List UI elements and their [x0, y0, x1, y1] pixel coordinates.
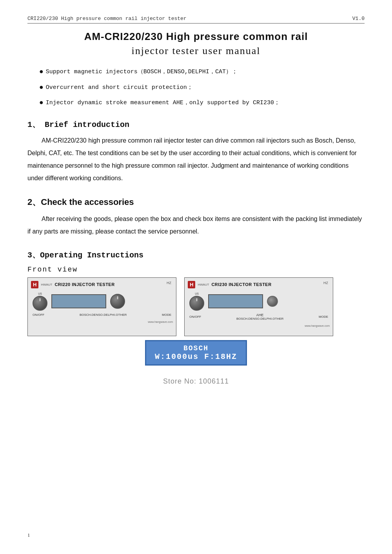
page-number: 1 [27, 532, 30, 538]
knob-left-230[interactable] [189, 296, 204, 311]
devices-row: H HWAUT CRI220 INJECTOR TESTER HZ US ON/… [27, 277, 365, 336]
lcd-line2: W:1000us F:18HZ [155, 352, 237, 361]
section-1-body: AM-CRI220/230 high pressure common rail … [27, 134, 365, 185]
lcd-display-big: BOSCH W:1000us F:18HZ [145, 340, 247, 366]
mode-230[interactable]: MODE [319, 315, 328, 319]
bullet-text: Injector dynamic stroke measurement AHE，… [46, 99, 280, 106]
bottom-brand-230: BOSCH.DENSO.DELPHI.OTHER [236, 317, 283, 320]
list-item: ● Overcurrent and short circuit protecti… [39, 83, 365, 92]
bullet-icon: ● [39, 68, 44, 76]
device-bottom-220: ON/OFF BOSCH.DENSO.DELPHI.OTHER MODE [31, 313, 173, 317]
device-top-bar-230: H HWAUT CRI230 INJECTOR TESTER HZ [188, 281, 330, 288]
us-label-220: US [38, 292, 42, 295]
device-cri220: H HWAUT CRI220 INJECTOR TESTER HZ US ON/… [27, 277, 176, 336]
list-item: ● Support magnetic injectors（BOSCH，DENSO… [39, 68, 365, 76]
title-line1: AM-CRI220/230 High pressure common rail [27, 31, 365, 43]
device-controls-230: US [188, 292, 330, 311]
knob-right-230[interactable] [267, 296, 278, 307]
header-left: CRI220/230 High pressure common rail inj… [27, 16, 187, 22]
section-3: 3、Operating Instructions Front view H HW… [27, 250, 365, 366]
bullet-text: Overcurrent and short circuit protection… [46, 83, 193, 91]
title-line2: injector tester user manual [27, 45, 365, 57]
header-right: V1.0 [352, 16, 365, 22]
section-1-heading: 1、 Brief introduction [27, 119, 365, 130]
header-bar: CRI220/230 High pressure common rail inj… [27, 16, 365, 24]
knob-right-220[interactable] [110, 294, 125, 309]
device-title-220: CRI220 INJECTOR TESTER [54, 282, 114, 287]
mode-220[interactable]: MODE [162, 313, 171, 317]
store-number: Store No: 1006111 [27, 377, 365, 386]
device-bottom-230: ON/OFF AHE BOSCH.DENSO.DELPHI.OTHER MODE [188, 313, 330, 320]
feature-list: ● Support magnetic injectors（BOSCH，DENSO… [39, 68, 365, 107]
device-title-230: CRI230 INJECTOR TESTER [211, 282, 271, 287]
section-2-body: After receiving the goods, please open t… [27, 213, 365, 238]
website-230: www.hangwave.com [305, 324, 330, 327]
on-off-220[interactable]: ON/OFF [33, 313, 44, 317]
device-top-bar-220: H HWAUT CRI220 INJECTOR TESTER HZ [31, 281, 173, 288]
list-item: ● Injector dynamic stroke measurement AH… [39, 99, 365, 107]
bullet-icon: ● [39, 83, 44, 92]
device-controls-220: US [31, 292, 173, 311]
lcd-230 [208, 294, 263, 308]
page: CRI220/230 High pressure common rail inj… [0, 0, 392, 554]
us-label-230: US [195, 292, 199, 295]
lcd-line1: BOSCH [183, 344, 209, 352]
hz-label-220: HZ [167, 281, 171, 285]
section-2: 2、Check the accessories After receiving … [27, 196, 365, 238]
device-cri230: H HWAUT CRI230 INJECTOR TESTER HZ US ON/… [184, 277, 333, 336]
title-block: AM-CRI220/230 High pressure common rail … [27, 31, 365, 57]
section-1: 1、 Brief introduction AM-CRI220/230 high… [27, 119, 365, 185]
knob-left-220[interactable] [33, 296, 47, 311]
ahe-label-230: AHE [256, 313, 264, 317]
device-logo-230: H [188, 281, 195, 288]
hz-label-230: HZ [323, 281, 328, 285]
bullet-text: Support magnetic injectors（BOSCH，DENSO,D… [46, 68, 238, 75]
website-220: www.hangwave.com [148, 320, 173, 323]
bottom-brand-220: BOSCH.DENSO.DELPHI.OTHER [80, 313, 127, 317]
front-view-label: Front view [27, 266, 365, 273]
device-logo-220: H [31, 281, 38, 288]
section-2-heading: 2、Check the accessories [27, 196, 365, 208]
section-3-heading: 3、Operating Instructions [27, 250, 365, 260]
on-off-230[interactable]: ON/OFF [189, 315, 201, 319]
brand-label-230: HWAUT [198, 283, 209, 286]
lcd-220 [51, 294, 106, 308]
bullet-icon: ● [39, 99, 44, 107]
brand-label-220: HWAUT [41, 283, 52, 286]
